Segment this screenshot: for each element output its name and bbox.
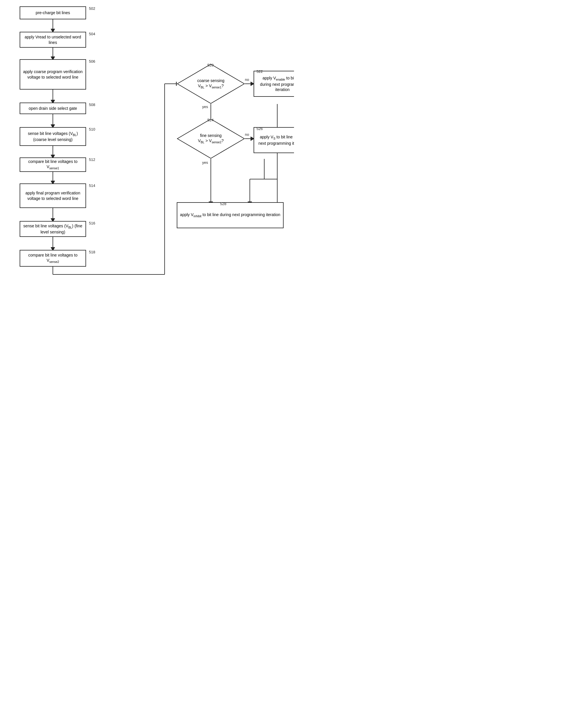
- flowchart: pre-charge bit lines 502 apply Vread to …: [0, 0, 294, 364]
- node-506: apply coarse program verification voltag…: [20, 59, 86, 89]
- node-520: coarse sensingVBL > Vsense1?: [177, 64, 245, 104]
- node-514-label: 514: [89, 184, 95, 188]
- arrows-svg: [0, 0, 294, 364]
- yes-label-520: yes: [202, 105, 208, 109]
- node-512-text: compare bit line voltages to Vsense1: [23, 159, 83, 170]
- node-520-text: coarse sensingVBL > Vsense1?: [197, 78, 225, 89]
- node-502: pre-charge bit lines: [20, 6, 86, 19]
- node-514-text: apply final program verification voltage…: [23, 190, 83, 201]
- node-526-label: 526: [256, 127, 263, 131]
- node-524: fine sensingVBL > Vsense2?: [177, 119, 245, 159]
- node-524-text: fine sensingVBL > Vsense2?: [198, 133, 224, 144]
- node-526-text: apply VS to bit line during next program…: [256, 134, 294, 146]
- node-508-text: open drain side select gate: [28, 106, 77, 111]
- node-522: apply Venable to bit line during next pr…: [254, 71, 294, 97]
- node-514: apply final program verification voltage…: [20, 184, 86, 208]
- node-528-label: 528: [220, 202, 226, 206]
- node-528-text: apply Vinhibit to bit line during next p…: [180, 212, 280, 218]
- node-502-text: pre-charge bit lines: [36, 10, 70, 15]
- node-504: apply Vread to unselected word lines: [20, 32, 86, 48]
- node-528: apply Vinhibit to bit line during next p…: [177, 202, 284, 228]
- node-510-label: 510: [89, 127, 95, 131]
- node-516-label: 516: [89, 221, 95, 225]
- node-518-text: compare bit line voltages to Vsense2: [23, 252, 83, 264]
- node-508-label: 508: [89, 103, 95, 107]
- node-522-text: apply Venable to bit line during next pr…: [256, 76, 294, 92]
- node-512: compare bit line voltages to Vsense1: [20, 158, 86, 172]
- yes-label-524: yes: [202, 160, 208, 165]
- no-label-520: no: [245, 78, 249, 82]
- node-516-text: sense bit line voltages (VBL) (fine leve…: [23, 223, 83, 235]
- node-526: apply VS to bit line during next program…: [254, 127, 294, 153]
- node-510-text: sense bit line voltages (VBL) (coarse le…: [23, 131, 83, 142]
- node-518: compare bit line voltages to Vsense2: [20, 250, 86, 267]
- node-510: sense bit line voltages (VBL) (coarse le…: [20, 127, 86, 146]
- node-506-label: 506: [89, 59, 95, 64]
- node-522-label: 522: [256, 69, 263, 74]
- node-520-label: 520: [207, 63, 214, 67]
- node-524-label: 524: [207, 118, 214, 122]
- no-label-524: no: [245, 132, 249, 137]
- node-502-label: 502: [89, 6, 95, 11]
- node-516: sense bit line voltages (VBL) (fine leve…: [20, 221, 86, 237]
- node-508: open drain side select gate: [20, 103, 86, 114]
- node-506-text: apply coarse program verification voltag…: [23, 69, 83, 80]
- node-518-label: 518: [89, 250, 95, 254]
- node-504-label: 504: [89, 32, 95, 36]
- node-512-label: 512: [89, 158, 95, 162]
- node-504-text: apply Vread to unselected word lines: [23, 34, 83, 45]
